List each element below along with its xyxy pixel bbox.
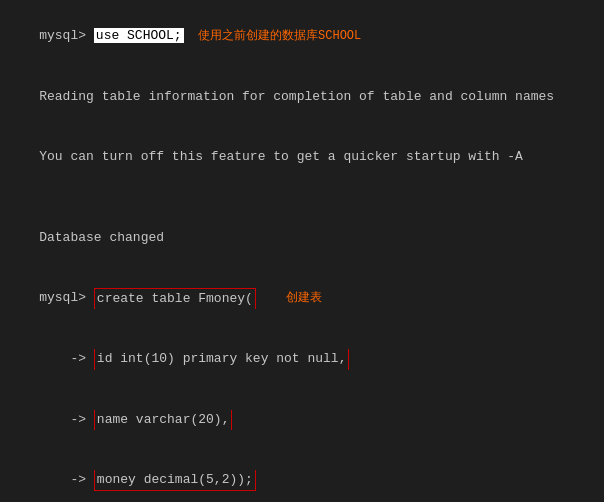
use-school-line: mysql> use SCHOOL; 使用之前创建的数据库SCHOOL [8,6,596,66]
create-cmd-box[interactable]: create table Fmoney( [94,288,256,309]
you-line: You can turn off this feature to get a q… [8,127,596,187]
create-table-line3: -> name varchar(20), [8,390,596,450]
create-cmd-box2: id int(10) primary key not null, [94,349,350,369]
create-cmd-box4: money decimal(5,2)); [94,470,256,491]
create-table-line4: -> money decimal(5,2)); [8,450,596,502]
use-cmd[interactable]: use SCHOOL; [94,28,184,43]
terminal-container: mysql> use SCHOOL; 使用之前创建的数据库SCHOOL Read… [8,6,596,502]
create-cmd-box3: name varchar(20), [94,410,233,430]
prompt-use: mysql> [39,28,94,43]
use-comment: 使用之前创建的数据库SCHOOL [184,29,362,43]
create-comment: 创建表 [286,291,322,305]
db-changed-line: Database changed [8,207,596,267]
create-table-line1: mysql> create table Fmoney(创建表 [8,268,596,329]
reading-line: Reading table information for completion… [8,66,596,126]
blank1 [8,187,596,207]
create-table-line2: -> id int(10) primary key not null, [8,329,596,389]
